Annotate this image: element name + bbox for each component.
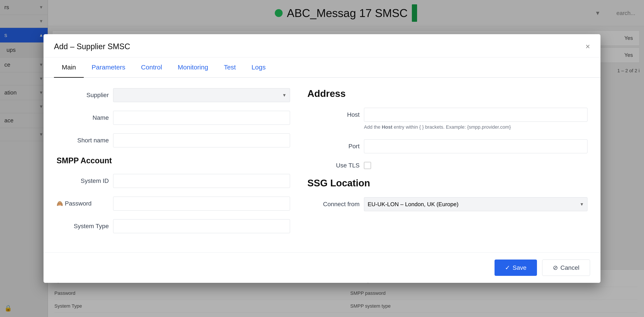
tab-logs[interactable]: Logs (244, 58, 274, 78)
modal-title: Add – Supplier SMSC (54, 42, 130, 51)
supplier-label: Supplier (56, 92, 109, 99)
checkmark-icon: ✓ (505, 264, 510, 271)
tab-control[interactable]: Control (133, 58, 170, 78)
password-label: 🙈 Password (56, 200, 109, 207)
short-name-input[interactable] (113, 133, 290, 147)
system-id-label: System ID (56, 177, 109, 184)
host-label: Host (308, 108, 360, 118)
cancel-icon: ⊘ (553, 264, 558, 271)
supplier-field-group: Supplier ▼ (56, 88, 290, 102)
connect-from-field-group: Connect from EU-UK-LON – London, UK (Eur… (308, 197, 588, 211)
name-label: Name (56, 114, 109, 121)
save-label: Save (512, 264, 526, 271)
smpp-account-title: SMPP Account (56, 156, 290, 165)
name-field-group: Name (56, 111, 290, 125)
cancel-label: Cancel (560, 264, 580, 271)
port-field-group: Port 2775 (308, 139, 588, 153)
password-field-group: 🙈 Password (56, 197, 290, 210)
host-field-group: Host {} Add the Host entry within { } br… (308, 108, 588, 131)
system-id-input[interactable] (113, 174, 290, 188)
connect-from-select[interactable]: EU-UK-LON – London, UK (Europe) (364, 197, 588, 211)
tab-test[interactable]: Test (216, 58, 244, 78)
eye-slash-icon: 🙈 (56, 200, 63, 207)
modal-footer: ✓ Save ⊘ Cancel (44, 252, 600, 283)
password-input[interactable] (113, 197, 290, 210)
host-input[interactable]: {} (364, 108, 588, 122)
host-input-wrapper: {} Add the Host entry within { } bracket… (364, 108, 588, 131)
tab-main[interactable]: Main (54, 58, 84, 78)
system-type-label: System Type (56, 223, 109, 230)
use-tls-label: Use TLS (308, 162, 360, 169)
supplier-select[interactable] (113, 88, 290, 102)
port-input[interactable]: 2775 (364, 139, 588, 153)
name-input[interactable] (113, 111, 290, 125)
connect-from-label: Connect from (308, 201, 360, 208)
close-button[interactable]: × (586, 43, 590, 51)
save-button[interactable]: ✓ Save (494, 259, 537, 276)
short-name-label: Short name (56, 137, 109, 144)
modal-right-column: Address Host {} Add the Host entry withi… (308, 88, 588, 242)
supplier-select-wrapper: ▼ (113, 88, 290, 102)
connect-from-select-wrapper: EU-UK-LON – London, UK (Europe) ▼ (364, 197, 588, 211)
system-type-input[interactable] (113, 219, 290, 233)
system-id-field-group: System ID (56, 174, 290, 188)
modal-left-column: Supplier ▼ Name Short name (56, 88, 290, 242)
host-hint: Add the Host entry within { } brackets. … (364, 123, 588, 131)
use-tls-checkbox[interactable] (364, 162, 371, 169)
ssg-location-title: SSG Location (308, 178, 588, 189)
address-title: Address (308, 88, 588, 99)
address-section: Address Host {} Add the Host entry withi… (308, 88, 588, 169)
tab-parameters[interactable]: Parameters (84, 58, 133, 78)
ssg-location-section: SSG Location Connect from EU-UK-LON – Lo… (308, 178, 588, 211)
modal-overlay: Add – Supplier SMSC × Main Parameters Co… (0, 0, 644, 317)
port-label: Port (308, 143, 360, 150)
add-supplier-smsc-modal: Add – Supplier SMSC × Main Parameters Co… (44, 34, 600, 283)
modal-tabs: Main Parameters Control Monitoring Test … (44, 58, 600, 78)
modal-header: Add – Supplier SMSC × (44, 34, 600, 58)
use-tls-field-group: Use TLS (308, 162, 588, 169)
short-name-field-group: Short name (56, 133, 290, 147)
system-type-field-group: System Type (56, 219, 290, 233)
modal-body: Supplier ▼ Name Short name (44, 78, 600, 252)
tab-monitoring[interactable]: Monitoring (170, 58, 216, 78)
cancel-button[interactable]: ⊘ Cancel (542, 259, 590, 276)
